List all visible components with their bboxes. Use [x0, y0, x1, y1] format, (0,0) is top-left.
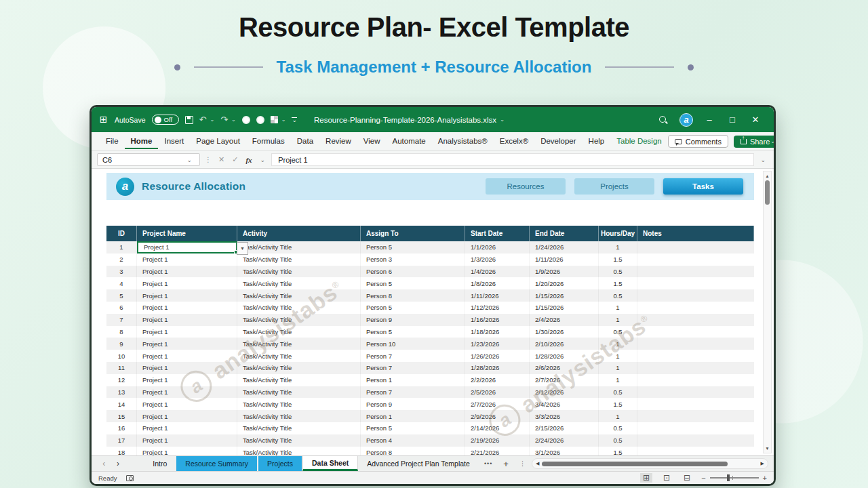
table-cell[interactable]: 2/7/2026: [530, 374, 599, 386]
table-cell[interactable]: Task/Activity Title: [237, 277, 361, 289]
table-cell[interactable]: Task/Activity Title: [237, 253, 361, 266]
page-layout-view-icon[interactable]: ⊡: [660, 473, 673, 483]
table-cell[interactable]: 17: [106, 434, 137, 447]
formula-bar-expand-icon[interactable]: ⌄: [757, 157, 768, 163]
table-cell[interactable]: 1.5: [599, 398, 637, 410]
share-button[interactable]: Share ⌄: [734, 136, 776, 148]
table-cell[interactable]: Task/Activity Title: [237, 241, 361, 253]
ribbon-tab-table-design[interactable]: Table Design: [610, 134, 667, 149]
avatar[interactable]: a: [675, 110, 698, 129]
name-box[interactable]: C6 ⌄: [97, 153, 200, 166]
zoom-in-icon[interactable]: +: [763, 474, 767, 482]
table-cell[interactable]: Task/Activity Title: [237, 362, 361, 374]
table-cell[interactable]: 1.5: [599, 253, 637, 266]
table-cell[interactable]: Task/Activity Title: [237, 338, 361, 350]
vertical-scrollbar[interactable]: ▲ ▼: [763, 171, 772, 453]
table-cell[interactable]: Task/Activity Title: [237, 350, 361, 362]
table-cell[interactable]: 1: [599, 314, 637, 326]
table-cell[interactable]: 1/12/2026: [465, 302, 530, 314]
table-cell[interactable]: 0.5: [599, 422, 637, 434]
ribbon-tab-file[interactable]: File: [100, 134, 125, 149]
name-box-dropdown-icon[interactable]: ⌄: [184, 157, 195, 163]
table-cell[interactable]: Task/Activity Title: [237, 314, 361, 326]
table-cell[interactable]: Project 1: [137, 266, 237, 278]
table-cell[interactable]: Task/Activity Title: [237, 398, 361, 410]
table-cell[interactable]: 1/15/2026: [530, 289, 599, 302]
table-cell[interactable]: 3/3/2026: [530, 410, 599, 422]
table-cell[interactable]: [637, 326, 754, 338]
table-cell[interactable]: 18: [106, 447, 137, 455]
table-cell[interactable]: 1/4/2026: [465, 266, 530, 278]
scroll-right-icon[interactable]: ▶: [761, 461, 764, 466]
table-cell[interactable]: [637, 398, 754, 410]
table-cell[interactable]: Project 1: [137, 386, 237, 399]
table-cell[interactable]: 1/15/2026: [530, 302, 599, 314]
table-cell[interactable]: 2: [106, 253, 137, 266]
table-cell[interactable]: 2/14/2026: [465, 422, 530, 434]
table-cell[interactable]: 3/1/2026: [530, 447, 599, 455]
autosave-toggle[interactable]: Off: [152, 115, 179, 125]
table-cell[interactable]: Project 1: [137, 289, 237, 302]
table-cell[interactable]: 1/28/2026: [530, 350, 599, 362]
table-cell[interactable]: Task/Activity Title: [237, 374, 361, 386]
table-cell[interactable]: 10: [106, 350, 137, 362]
table-cell[interactable]: 0.5: [599, 266, 637, 278]
table-cell[interactable]: 1/1/2026: [465, 241, 530, 253]
table-cell[interactable]: 3: [106, 266, 137, 278]
table-cell[interactable]: Project 1: [137, 314, 237, 326]
table-cell[interactable]: [637, 350, 754, 362]
table-cell[interactable]: Project 1: [137, 326, 237, 338]
table-cell[interactable]: Project 1: [137, 338, 237, 350]
close-button[interactable]: ✕: [744, 110, 767, 129]
table-cell[interactable]: Person 5: [361, 241, 465, 253]
table-cell[interactable]: [637, 241, 754, 253]
table-cell[interactable]: 1/9/2026: [530, 266, 599, 278]
table-cell[interactable]: Task/Activity Title: [237, 386, 361, 399]
column-header-start-date[interactable]: Start Date: [465, 226, 530, 241]
table-cell[interactable]: Person 5: [361, 422, 465, 434]
table-cell[interactable]: Person 4: [361, 434, 465, 447]
table-cell[interactable]: Person 10: [361, 338, 465, 350]
table-cell[interactable]: 2/12/2026: [530, 386, 599, 399]
table-cell[interactable]: 7: [106, 314, 137, 326]
ribbon-tab-page-layout[interactable]: Page Layout: [190, 134, 246, 149]
table-cell[interactable]: 2/21/2026: [465, 447, 530, 455]
save-icon[interactable]: [185, 116, 193, 124]
projects-button[interactable]: Projects: [574, 178, 654, 195]
table-cell[interactable]: [637, 362, 754, 374]
fx-dropdown-icon[interactable]: ⌄: [258, 157, 269, 163]
tasks-button[interactable]: Tasks: [663, 178, 743, 195]
column-header-notes[interactable]: Notes: [637, 226, 754, 241]
table-cell[interactable]: [637, 302, 754, 314]
table-cell[interactable]: 2/9/2026: [465, 410, 530, 422]
macro-record-icon[interactable]: [126, 475, 134, 481]
minimize-button[interactable]: –: [698, 110, 721, 129]
table-cell[interactable]: Person 5: [361, 326, 465, 338]
table-cell[interactable]: 2/6/2026: [530, 362, 599, 374]
table-cell[interactable]: 1: [599, 350, 637, 362]
table-cell[interactable]: 2/5/2026: [465, 386, 530, 399]
table-cell[interactable]: Task/Activity Title: [237, 410, 361, 422]
table-cell[interactable]: [637, 386, 754, 399]
table-cell[interactable]: 1/8/2026: [465, 277, 530, 289]
table-cell[interactable]: 3/4/2026: [530, 398, 599, 410]
table-cell[interactable]: 9: [106, 338, 137, 350]
table-cell[interactable]: Project 1: [137, 362, 237, 374]
table-cell[interactable]: 1.5: [599, 277, 637, 289]
table-cell[interactable]: 1: [599, 338, 637, 350]
document-filename[interactable]: Resource-Planning-Template-2026-Analysis…: [314, 116, 496, 124]
more-sheets-icon[interactable]: •••: [479, 456, 498, 471]
sheet-options-icon[interactable]: ⋮: [514, 456, 532, 471]
table-cell[interactable]: 0.5: [599, 289, 637, 302]
table-cell[interactable]: 1: [599, 241, 637, 253]
table-cell[interactable]: [637, 253, 754, 266]
zoom-slider[interactable]: [710, 477, 759, 479]
qat-circle-button-2[interactable]: [256, 116, 264, 124]
qat-circle-button-1[interactable]: [242, 116, 250, 124]
table-cell[interactable]: [637, 266, 754, 278]
table-cell[interactable]: 1: [106, 241, 137, 253]
redo-icon[interactable]: ↷: [220, 115, 228, 125]
table-cell[interactable]: Person 3: [361, 253, 465, 266]
table-cell[interactable]: Project 1: [137, 302, 237, 314]
sheet-tab-projects[interactable]: Projects: [258, 456, 302, 471]
